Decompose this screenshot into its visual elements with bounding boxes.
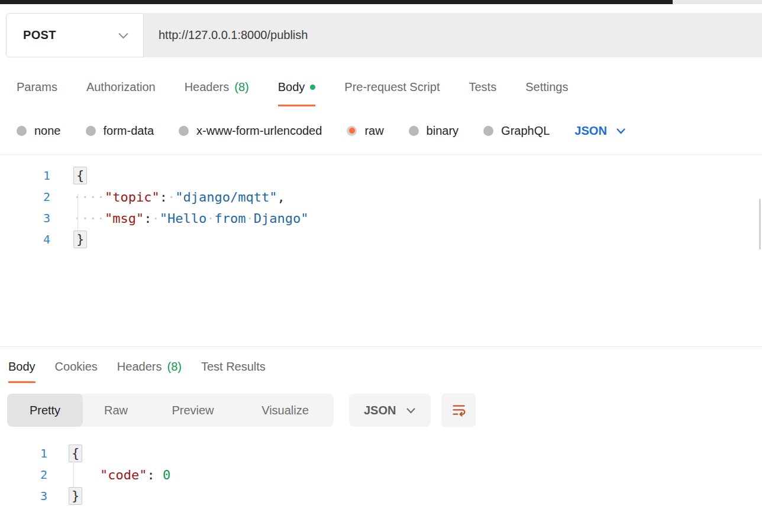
code-content: ····"msg":·"Hello·from·Django" (50, 211, 308, 226)
tab-headers[interactable]: Headers(8) (185, 70, 249, 106)
code-line: 4} (0, 229, 762, 250)
line-number: 4 (0, 232, 50, 246)
tab-test-results[interactable]: Test Results (201, 352, 266, 383)
code-token: "msg" (105, 211, 144, 226)
code-token: · (151, 211, 159, 226)
code-token (155, 468, 163, 482)
code-token: : (144, 211, 151, 226)
indent-guide (73, 462, 74, 488)
request-body-editor[interactable]: 1{2····"topic":·"django/mqtt",3····"msg"… (0, 155, 762, 347)
tab-label: Params (17, 80, 57, 94)
body-type-radio-group: noneform-datax-www-form-urlencodedrawbin… (17, 124, 550, 138)
tab-params[interactable]: Params (17, 70, 57, 106)
code-token: · (246, 211, 253, 226)
code-content: ····"topic":·"django/mqtt", (50, 190, 285, 205)
url-input[interactable]: http://127.0.0.1:8000/publish (144, 13, 762, 57)
radio-icon (86, 126, 96, 136)
tab-cookies[interactable]: Cookies (55, 352, 98, 383)
code-token: : (160, 190, 167, 205)
code-token: from (214, 211, 246, 226)
unsaved-indicator-dot (310, 85, 315, 90)
code-content: } (47, 487, 82, 505)
response-section: BodyCookiesHeaders(8)Test Results Pretty… (0, 352, 762, 507)
code-token: "code" (100, 468, 147, 482)
code-content: "code": 0 (47, 468, 170, 482)
code-line: 2 "code": 0 (0, 464, 762, 485)
window-chrome-strip (0, 0, 762, 4)
body-type-x-www-form-urlencoded[interactable]: x-www-form-urlencoded (179, 124, 322, 138)
language-label: JSON (574, 124, 606, 138)
body-type-binary[interactable]: binary (409, 124, 459, 138)
radio-selected-dot (349, 128, 355, 134)
radio-label: x-www-form-urlencoded (196, 124, 322, 138)
view-mode-visualize[interactable]: Visualize (237, 394, 334, 427)
code-token: "topic" (105, 190, 160, 205)
wrap-text-icon (451, 403, 467, 419)
tab-label: Authorization (86, 80, 156, 94)
code-line: 1{ (0, 443, 762, 464)
chevron-down-icon (406, 407, 416, 414)
tab-label: Test Results (201, 360, 266, 374)
tab-pre-request-script[interactable]: Pre-request Script (344, 70, 440, 106)
code-content: } (50, 231, 87, 248)
radio-label: binary (427, 124, 459, 138)
language-selector[interactable]: JSON (574, 124, 625, 138)
code-content: { (47, 445, 82, 462)
line-number: 1 (0, 168, 50, 183)
line-number: 1 (0, 446, 47, 460)
tab-tests[interactable]: Tests (469, 70, 496, 106)
code-token: "Hello (160, 211, 206, 226)
code-token: · (167, 190, 175, 205)
wrap-text-button[interactable] (441, 393, 476, 427)
radio-label: none (34, 124, 61, 138)
response-format-label: JSON (364, 404, 396, 417)
body-type-raw[interactable]: raw (347, 124, 383, 138)
tab-label: Body (8, 360, 35, 374)
code-token: : (147, 468, 154, 482)
code-line: 3····"msg":·"Hello·from·Django" (0, 207, 762, 229)
view-mode-raw[interactable]: Raw (83, 394, 149, 427)
body-type-options: noneform-datax-www-form-urlencodedrawbin… (0, 117, 762, 144)
fold-brace: } (73, 231, 87, 248)
chevron-down-icon (118, 32, 129, 39)
fold-brace: { (69, 445, 82, 462)
method-selector[interactable]: POST (6, 13, 144, 57)
fold-brace: { (73, 167, 87, 184)
response-tabs: BodyCookiesHeaders(8)Test Results (0, 352, 762, 383)
method-label: POST (23, 28, 56, 42)
request-url-bar: POST http://127.0.0.1:8000/publish (6, 13, 762, 57)
tab-label: Pre-request Script (344, 80, 440, 94)
view-mode-pretty[interactable]: Pretty (7, 394, 83, 427)
body-type-graphql[interactable]: GraphQL (483, 124, 550, 138)
line-number: 2 (0, 468, 47, 482)
tab-label: Body (278, 80, 305, 94)
editor-scrollbar[interactable] (759, 199, 761, 249)
tab-body[interactable]: Body (278, 70, 316, 106)
response-toolbar: PrettyRawPreviewVisualize JSON (7, 393, 762, 427)
tab-label: Headers (185, 80, 230, 94)
indent-guide (78, 194, 78, 241)
tab-authorization[interactable]: Authorization (86, 70, 156, 106)
fold-brace: } (69, 487, 82, 505)
body-type-none[interactable]: none (17, 124, 61, 138)
tab-body[interactable]: Body (8, 352, 35, 383)
code-token: · (206, 211, 214, 226)
view-mode-preview[interactable]: Preview (149, 394, 237, 427)
response-format-selector[interactable]: JSON (349, 394, 431, 427)
radio-icon (483, 126, 493, 136)
body-type-form-data[interactable]: form-data (86, 124, 154, 138)
radio-label: raw (364, 124, 383, 138)
chrome-strip-dark (0, 0, 673, 4)
tab-settings[interactable]: Settings (525, 70, 568, 106)
tab-label: Tests (469, 80, 496, 94)
code-token: , (277, 190, 285, 205)
tab-count: (8) (234, 80, 248, 94)
tab-headers[interactable]: Headers(8) (117, 352, 182, 383)
postman-request-view: POST http://127.0.0.1:8000/publish Param… (0, 0, 762, 507)
radio-icon (179, 126, 189, 136)
radio-label: GraphQL (501, 124, 550, 138)
code-line: 1{ (0, 165, 762, 186)
response-view-switch: PrettyRawPreviewVisualize (7, 394, 334, 427)
response-body-viewer[interactable]: 1{2 "code": 03} (0, 443, 762, 507)
code-token: Django" (254, 211, 309, 226)
